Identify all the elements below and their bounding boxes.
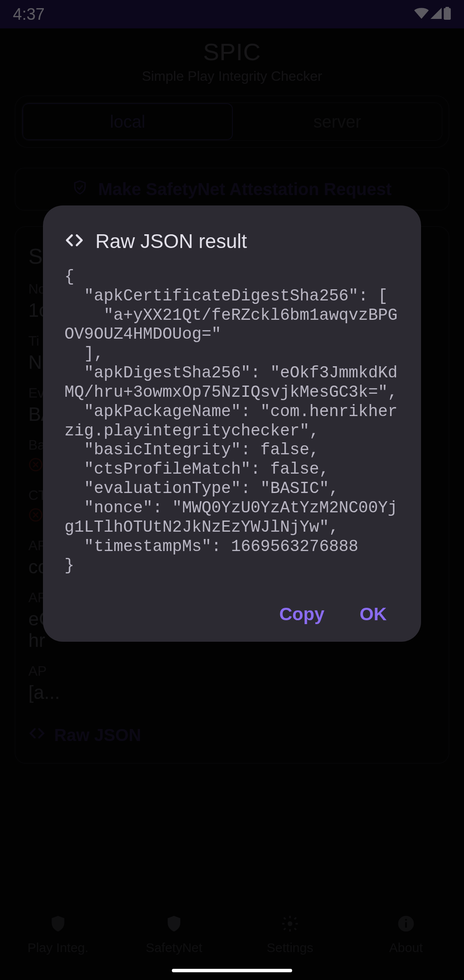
dialog-actions: Copy OK — [64, 604, 400, 625]
code-icon — [64, 230, 84, 252]
ok-button[interactable]: OK — [360, 604, 387, 625]
copy-button[interactable]: Copy — [279, 604, 324, 625]
raw-json-dialog: Raw JSON result { "apkCertificateDigestS… — [43, 205, 421, 642]
dialog-title: Raw JSON result — [95, 230, 247, 253]
json-content: { "apkCertificateDigestSha256": [ "a+yXX… — [64, 267, 400, 576]
gesture-bar — [172, 969, 292, 972]
